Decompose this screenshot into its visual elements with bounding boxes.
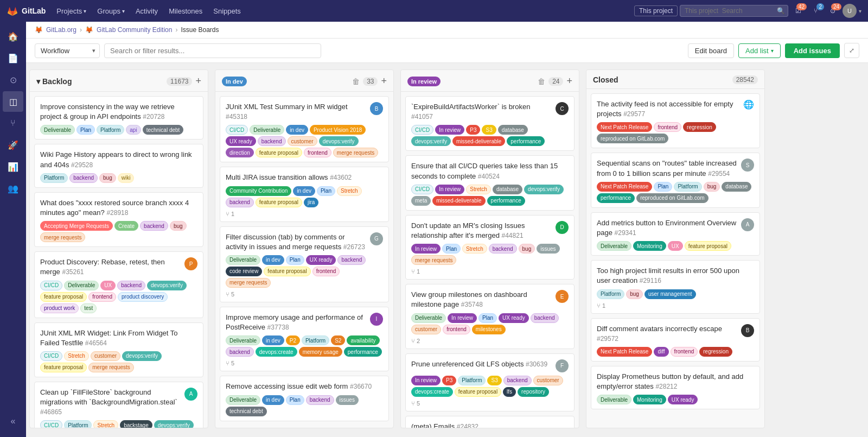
merge-request-icon-btn[interactable]: ⑂ 2 <box>808 3 823 18</box>
table-row[interactable]: Display Prometheus button by default, an… <box>591 366 760 409</box>
breadcrumb-org-link[interactable]: GitLab.org <box>46 26 76 34</box>
label-tag: Plan <box>286 255 304 265</box>
table-row[interactable]: JUnit XML Test Summary in MR widget #453… <box>220 96 389 162</box>
todo-icon-btn[interactable]: ☑ 42 <box>790 3 806 18</box>
table-row[interactable]: Diff comment avatars incorrectly escape … <box>591 318 760 362</box>
card-footer: ⑂ 5 <box>226 360 383 366</box>
nav-groups[interactable]: Groups ▾ <box>93 5 129 17</box>
table-row[interactable]: JUnit XML MR Widget: Link From Widget To… <box>34 322 203 377</box>
label-tag: feature proposal <box>40 363 87 372</box>
label-tag: UX <box>100 281 116 290</box>
table-row[interactable]: Filter discussion (tab) by comments or a… <box>220 226 389 302</box>
table-row[interactable]: Clean up `FillFileStore` background migr… <box>34 382 203 428</box>
label-tag: merge requests <box>333 148 378 157</box>
table-row[interactable]: Ensure that all CI/CD queries take less … <box>405 155 575 210</box>
card-header: Ensure that all CI/CD queries take less … <box>411 161 569 181</box>
label-tag: in dev <box>262 395 284 405</box>
table-row[interactable]: Too high project limit results in error … <box>591 260 760 313</box>
mr-count: ⑂ 5 <box>226 291 234 297</box>
label-tag: availability <box>347 335 379 345</box>
brand-logo[interactable]: GitLab <box>7 5 46 17</box>
card-labels: CI/CDIn reviewP3S3databasedevops:verifym… <box>411 125 569 146</box>
sidebar-board-icon[interactable]: ◫ <box>3 91 23 112</box>
user-avatar[interactable]: U <box>843 4 857 18</box>
label-tag: backend <box>306 395 334 405</box>
label-tag: frontend <box>304 148 331 157</box>
filter-input[interactable] <box>104 43 321 58</box>
table-row[interactable]: Sequential scans on "routes" table incre… <box>591 153 760 207</box>
card-labels: In reviewP3PlatformS3backendcustomerdevo… <box>411 376 569 397</box>
gitlab-org-fox-icon: 🦊 <box>35 26 43 34</box>
label-tag: devops:verify <box>122 351 162 361</box>
global-search-input[interactable] <box>680 5 788 17</box>
mr-badge: 2 <box>816 3 824 10</box>
sidebar-rocket-icon[interactable]: 🚀 <box>3 135 23 155</box>
card-labels: Accepting Merge RequestsCreatebackendbug… <box>40 221 197 242</box>
table-row[interactable]: Prune unreferenced Git LFS objects #3063… <box>405 353 575 411</box>
card-header: (meta) Emails #24832 <box>411 422 569 428</box>
label-tag: backend <box>531 313 559 323</box>
add-list-button[interactable]: Add list ▾ <box>738 43 781 58</box>
user-menu-chevron[interactable]: ▾ <box>859 8 861 14</box>
backlog-toggle[interactable]: ▾ Backlog <box>36 77 72 86</box>
project-scope-label[interactable]: This project <box>634 5 678 16</box>
table-row[interactable]: Improve memory usage and performance of … <box>220 307 389 371</box>
card-title: Ensure that all CI/CD queries take less … <box>411 161 565 181</box>
issues-icon-btn[interactable]: ⊙ 24 <box>825 3 840 18</box>
card-labels: CI/CDIn reviewStretchdatabasedevops:veri… <box>411 185 569 206</box>
card-header: The activity feed is not accessible for … <box>597 99 754 119</box>
table-row[interactable]: Add metrics button to Environment Overvi… <box>591 212 760 256</box>
table-row[interactable]: Don't update an MR's closing Issues rela… <box>405 215 575 280</box>
breadcrumb-project-link[interactable]: GitLab Community Edition <box>97 26 172 34</box>
label-tag: CI/CD <box>411 125 433 135</box>
table-row[interactable]: Multi JIRA issue transition allows #4360… <box>220 167 389 221</box>
sidebar-people-icon[interactable]: 👥 <box>3 178 23 199</box>
nav-projects[interactable]: Projects ▾ <box>52 5 91 17</box>
label-tag: In review <box>411 244 441 254</box>
sidebar-collapse-icon[interactable]: « <box>3 411 23 432</box>
label-tag: test <box>80 303 97 313</box>
table-row[interactable]: Improve consistency in the way we retrie… <box>34 96 203 140</box>
nav-activity[interactable]: Activity <box>131 5 162 17</box>
card-title: JUnit XML Test Summary in MR widget #453… <box>226 102 367 122</box>
label-tag: feature proposal <box>685 241 731 251</box>
card-title: Multi JIRA issue transition allows #4360… <box>226 173 380 182</box>
label-tag: UX ready <box>226 136 256 146</box>
workflow-select[interactable]: Workflow <box>35 43 100 58</box>
table-row[interactable]: What does "xxxx restored source branch x… <box>34 192 203 247</box>
table-row[interactable]: Wiki Page History appears to direct to w… <box>34 144 203 187</box>
issue-num: #44821 <box>502 232 524 239</box>
sidebar-mr-icon[interactable]: ⑂ <box>3 113 23 134</box>
col-add-icon-in-review[interactable]: + <box>566 75 572 87</box>
card-title: Prune unreferenced Git LFS objects #3063… <box>411 359 552 369</box>
table-row[interactable]: (meta) Emails #24832 In reviewPlanemails… <box>405 416 575 428</box>
table-row[interactable]: Product Discovery: Rebase, retest, then … <box>34 251 203 318</box>
table-row[interactable]: The activity feed is not accessible for … <box>591 93 760 148</box>
sidebar-graph-icon[interactable]: 📊 <box>3 156 23 177</box>
table-row[interactable]: Remove accessing issue edit web form #36… <box>220 376 389 421</box>
add-issues-button[interactable]: Add issues <box>785 43 840 58</box>
backlog-add-icon[interactable]: + <box>195 75 201 87</box>
label-tag: frontend <box>671 347 698 357</box>
card-avatar: I <box>370 313 383 326</box>
col-trash-icon-in-dev[interactable]: 🗑 <box>352 77 360 86</box>
card-labels: Deliverablein devPlanbackendissuestechni… <box>226 395 383 416</box>
table-row[interactable]: `ExpireBuildArtifactsWorker` is broken #… <box>405 96 575 151</box>
edit-board-button[interactable]: Edit board <box>688 43 734 58</box>
card-header: What does "xxxx restored source branch x… <box>40 198 197 218</box>
label-tag: devops:verify <box>319 136 359 146</box>
sidebar-commit-icon[interactable]: ⊙ <box>3 69 23 90</box>
sidebar-home-icon[interactable]: 🏠 <box>3 26 23 47</box>
col-add-icon-in-dev[interactable]: + <box>381 75 387 87</box>
label-tag: bug <box>519 244 535 254</box>
column-header-in-review: In review 🗑 24 + <box>401 70 579 92</box>
col-trash-icon-in-review[interactable]: 🗑 <box>538 77 545 86</box>
nav-milestones[interactable]: Milestones <box>164 5 207 17</box>
label-tag: feature proposal <box>256 198 302 207</box>
nav-snippets[interactable]: Snippets <box>209 5 245 17</box>
backlog-title: Backlog <box>42 77 72 86</box>
table-row[interactable]: View group milestones on dashboard miles… <box>405 284 575 349</box>
sidebar-file-icon[interactable]: 📄 <box>3 48 23 68</box>
fullscreen-button[interactable]: ⤢ <box>844 43 859 58</box>
label-tag: Deliverable <box>250 125 284 135</box>
